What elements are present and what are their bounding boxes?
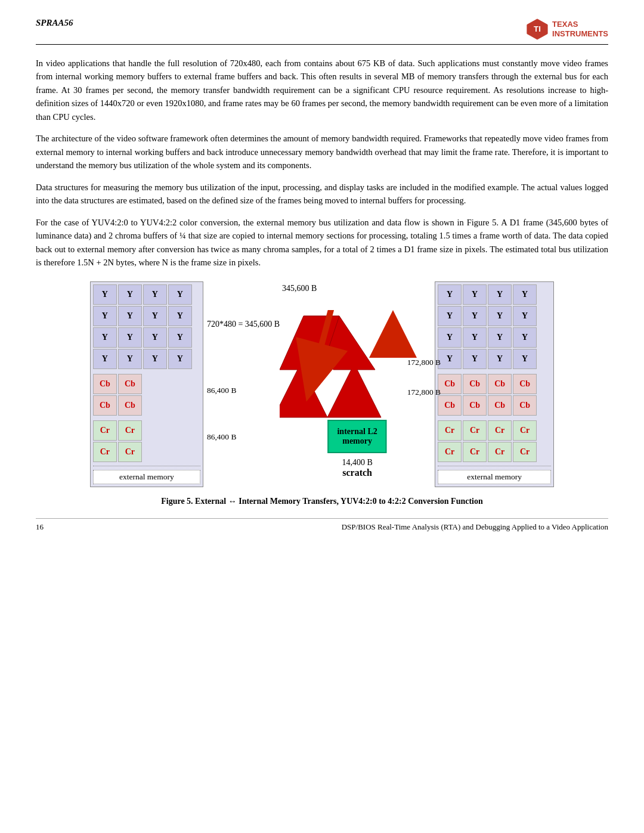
cell-y: Y (118, 284, 142, 305)
y-transfer-label: 345,600 B (282, 284, 317, 293)
y-size-label: 720*480 = 345,600 B (207, 281, 280, 367)
cell-y: Y (463, 284, 487, 305)
doc-id: SPRAA56 (36, 18, 73, 28)
paragraph-3: Data structures for measuring the memory… (36, 181, 608, 208)
figure-caption: Figure 5. External ↔ Internal Memory Tra… (161, 497, 483, 506)
scratch-section: 14,400 B scratch (342, 458, 372, 478)
right-ext-block: Y Y Y Y Y Y Y Y Y Y Y Y (435, 281, 554, 487)
cell-y: Y (93, 327, 117, 348)
cb-right-label: 172,800 B (407, 358, 441, 367)
company-name: Texas Instruments (552, 20, 608, 38)
cell-y: Y (463, 306, 487, 326)
cell-y: Y (513, 284, 537, 305)
cell-y: Y (513, 306, 537, 326)
ext-label-left: external memory (93, 470, 200, 484)
cell-cr: Cr (118, 420, 142, 441)
center-panel: 345,600 B (280, 281, 435, 487)
cell-cb: Cb (93, 395, 117, 416)
cell-y: Y (93, 349, 117, 369)
cell-y: Y (118, 349, 142, 369)
left-ext-block: Y Y Y Y Y Y Y Y Y Y Y Y (90, 281, 203, 487)
cell-y: Y (438, 306, 462, 326)
arrow-down-right (292, 310, 363, 405)
diagram-row: Y Y Y Y Y Y Y Y Y Y Y Y (36, 281, 608, 487)
svg-text:TI: TI (534, 24, 541, 33)
cell-y: Y (118, 327, 142, 348)
cell-cr: Cr (463, 442, 487, 462)
cell-y: Y (143, 284, 167, 305)
cell-y: Y (438, 284, 462, 305)
cell-cb: Cb (118, 374, 142, 394)
cell-cb: Cb (463, 395, 487, 416)
cell-cb: Cb (438, 395, 462, 416)
cell-y: Y (513, 327, 537, 348)
figure-text: External ↔ Internal Memory Transfers, YU… (195, 497, 483, 506)
left-annotations: 720*480 = 345,600 B 86,400 B 86,400 B (207, 281, 280, 460)
cell-cb: Cb (93, 374, 117, 394)
scratch-bytes: 14,400 B (342, 458, 372, 467)
figure-5: Y Y Y Y Y Y Y Y Y Y Y Y (36, 281, 608, 506)
scratch-label: scratch (342, 467, 372, 478)
cell-cb: Cb (488, 374, 512, 394)
cell-y: Y (143, 306, 167, 326)
cell-y: Y (143, 327, 167, 348)
cell-cr: Cr (463, 420, 487, 441)
cell-y: Y (168, 327, 192, 348)
paragraph-4: For the case of YUV4:2:0 to YUV4:2:2 col… (36, 216, 608, 270)
figure-number: Figure 5. (161, 497, 193, 506)
cell-cr: Cr (93, 420, 117, 441)
page-header: SPRAA56 TI Texas Instruments (36, 18, 608, 45)
page-footer: 16 DSP/BIOS Real-Time Analysis (RTA) and… (36, 518, 608, 532)
cell-cb: Cb (513, 395, 537, 416)
cell-y: Y (118, 306, 142, 326)
cell-y: Y (488, 327, 512, 348)
cell-y: Y (488, 306, 512, 326)
ti-logo: TI Texas Instruments (526, 18, 608, 41)
paragraph-1: In video applications that handle the fu… (36, 57, 608, 123)
right-memory-section: Y Y Y Y Y Y Y Y Y Y Y Y (435, 281, 554, 487)
cell-cr: Cr (488, 420, 512, 441)
cell-cr: Cr (93, 442, 117, 462)
svg-marker-3 (292, 310, 357, 405)
cell-y: Y (93, 306, 117, 326)
cell-y: Y (438, 327, 462, 348)
center-top-labels: 345,600 B (280, 284, 435, 293)
footer-doc-title: DSP/BIOS Real-Time Analysis (RTA) and De… (342, 522, 608, 532)
arrows-area: 172,800 B 172,800 B internal L2 memory (280, 298, 435, 453)
ext-label-right: external memory (438, 470, 551, 484)
cell-cr: Cr (513, 420, 537, 441)
cell-y: Y (488, 349, 512, 369)
cell-y: Y (168, 284, 192, 305)
cell-y: Y (168, 349, 192, 369)
cb-size-label: 86,400 B (207, 367, 280, 414)
cr-right-label: 172,800 B (407, 388, 441, 397)
left-memory-section: Y Y Y Y Y Y Y Y Y Y Y Y (90, 281, 280, 487)
cell-cr: Cr (438, 420, 462, 441)
cell-cr: Cr (513, 442, 537, 462)
cell-cr: Cr (118, 442, 142, 462)
cell-cb: Cb (118, 395, 142, 416)
cell-cr: Cr (438, 442, 462, 462)
cell-y: Y (143, 349, 167, 369)
cell-cb: Cb (488, 395, 512, 416)
internal-l2-box: internal L2 memory (327, 420, 386, 453)
cell-cb: Cb (463, 374, 487, 394)
cell-cr: Cr (488, 442, 512, 462)
ti-logo-icon: TI (526, 18, 549, 41)
cell-y: Y (168, 306, 192, 326)
cr-size-label: 86,400 B (207, 414, 280, 460)
cell-y: Y (488, 284, 512, 305)
cell-y: Y (463, 349, 487, 369)
cell-cb: Cb (438, 374, 462, 394)
cell-cb: Cb (513, 374, 537, 394)
cell-y: Y (463, 327, 487, 348)
page-number: 16 (36, 522, 44, 532)
paragraph-2: The architecture of the video software f… (36, 132, 608, 172)
cell-y: Y (438, 349, 462, 369)
cell-y: Y (93, 284, 117, 305)
cell-y: Y (513, 349, 537, 369)
